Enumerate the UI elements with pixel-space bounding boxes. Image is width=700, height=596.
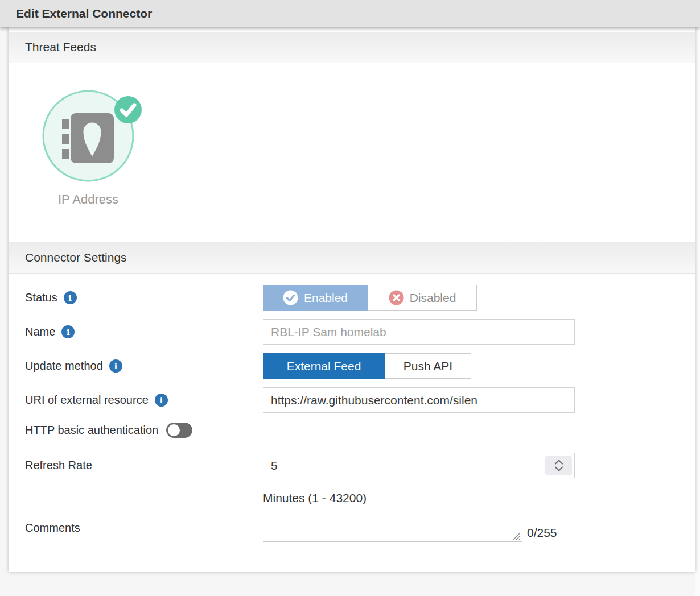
uri-label: URI of external resource [25, 394, 149, 407]
refresh-rate-helper-row: Minutes (1 - 43200) [9, 487, 695, 505]
update-method-label: Update method [25, 359, 103, 372]
name-label: Name [25, 325, 55, 338]
connector-settings-form: Status Enabled Disabled [9, 274, 695, 542]
comments-row: Comments 0/255 [9, 514, 695, 542]
status-enabled-button[interactable]: Enabled [263, 285, 368, 311]
spinner-down-icon[interactable] [554, 466, 563, 471]
circle-check-icon [283, 290, 298, 305]
threat-feeds-title: Threat Feeds [25, 40, 96, 54]
resize-handle-icon[interactable] [512, 531, 521, 540]
info-icon[interactable] [61, 325, 75, 338]
name-label-wrap: Name [25, 325, 263, 338]
ip-address-connector-card[interactable]: IP Address [42, 89, 144, 207]
dialog-titlebar: Edit External Connector [0, 0, 700, 27]
status-segmented-control: Enabled Disabled [263, 285, 477, 311]
spinner-up-icon[interactable] [554, 460, 563, 465]
comments-label: Comments [25, 522, 80, 535]
connector-settings-title: Connector Settings [25, 251, 127, 264]
selected-check-icon [114, 96, 142, 123]
status-disabled-button[interactable]: Disabled [368, 285, 477, 311]
refresh-rate-input-wrap [263, 453, 575, 478]
external-feed-button[interactable]: External Feed [263, 353, 385, 379]
update-method-segmented-control: External Feed Push API [263, 353, 471, 379]
status-row: Status Enabled Disabled [9, 285, 695, 311]
ip-address-icon-wrap [42, 89, 135, 183]
refresh-rate-row: Refresh Rate [9, 453, 695, 478]
circle-x-icon [389, 290, 404, 305]
toggle-knob-icon [168, 424, 180, 436]
update-method-label-wrap: Update method [25, 359, 263, 372]
threat-feeds-section-header: Threat Feeds [9, 32, 695, 63]
info-icon[interactable] [109, 359, 122, 372]
background-gutter [695, 27, 700, 596]
name-input[interactable] [263, 319, 575, 345]
name-row: Name [9, 319, 695, 345]
refresh-rate-label-wrap: Refresh Rate [25, 459, 263, 472]
uri-label-wrap: URI of external resource [25, 394, 263, 407]
uri-input[interactable] [263, 387, 575, 413]
http-auth-label-wrap: HTTP basic authentication [25, 423, 263, 438]
http-auth-row: HTTP basic authentication [9, 421, 695, 438]
uri-row: URI of external resource [9, 387, 695, 413]
external-feed-label: External Feed [287, 359, 361, 373]
http-auth-label: HTTP basic authentication [25, 424, 158, 437]
char-counter: 0/255 [527, 526, 557, 540]
number-spinner[interactable] [545, 456, 572, 475]
connector-card-area: IP Address [9, 63, 695, 207]
http-auth-toggle[interactable] [166, 423, 192, 438]
comments-textarea-wrap [263, 514, 522, 542]
comments-label-wrap: Comments [25, 522, 263, 535]
status-label: Status [25, 291, 57, 304]
dialog-title: Edit External Connector [16, 7, 152, 20]
info-icon[interactable] [155, 394, 168, 407]
refresh-rate-label: Refresh Rate [25, 459, 92, 472]
connector-settings-section-header: Connector Settings [9, 242, 695, 274]
status-label-wrap: Status [25, 291, 263, 304]
push-api-button[interactable]: Push API [385, 353, 471, 379]
refresh-rate-input[interactable] [263, 453, 575, 478]
edit-connector-panel: Threat Feeds [9, 27, 695, 572]
refresh-rate-helper-text: Minutes (1 - 43200) [263, 491, 367, 505]
comments-control: 0/255 [263, 514, 557, 542]
update-method-row: Update method External Feed Push API [9, 353, 695, 379]
info-icon[interactable] [64, 291, 77, 304]
status-enabled-label: Enabled [304, 291, 348, 305]
status-disabled-label: Disabled [410, 291, 456, 305]
comments-textarea[interactable] [263, 514, 522, 542]
push-api-label: Push API [403, 359, 452, 373]
connector-card-label: IP Address [42, 192, 135, 207]
